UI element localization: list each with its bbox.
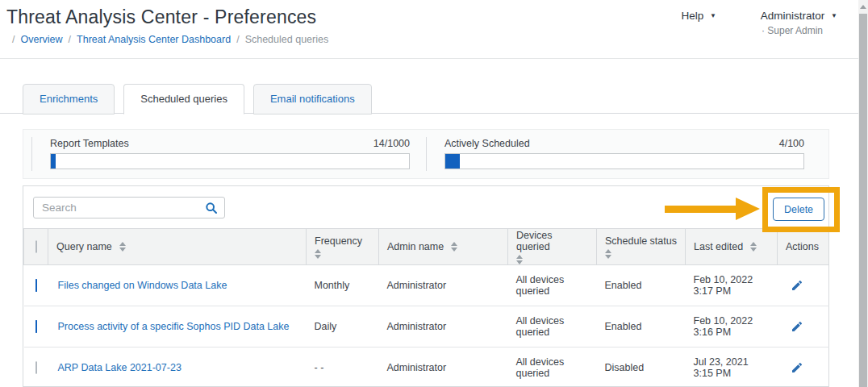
edit-pencil-icon[interactable] <box>791 320 803 333</box>
admin-name-cell: Administrator <box>379 265 508 306</box>
admin-name-cell: Administrator <box>379 347 508 387</box>
sort-icon[interactable] <box>516 255 523 264</box>
usage-meter: Actively Scheduled 4/100 <box>426 137 820 171</box>
meter-label: Actively Scheduled <box>444 138 530 149</box>
tab[interactable]: Scheduled queries <box>123 84 244 114</box>
row-select-cell <box>24 347 48 387</box>
column-header[interactable]: Devices queried <box>508 229 597 265</box>
actions-cell <box>778 265 829 306</box>
column-header-label: Devices queried <box>516 230 588 252</box>
help-menu[interactable]: Help ▼ <box>682 10 716 22</box>
column-header-label: Last edited <box>694 241 743 252</box>
meter-bar <box>444 153 804 169</box>
column-header-label: Frequency <box>315 235 370 247</box>
search-box <box>33 197 225 218</box>
select-all-cell <box>24 229 48 265</box>
account-menu[interactable]: Administrator ▼ <box>761 10 837 22</box>
column-header[interactable]: Admin name <box>379 229 508 265</box>
sort-icon[interactable] <box>315 249 321 259</box>
column-header[interactable]: Actions <box>778 229 829 265</box>
tab[interactable]: Enrichments <box>23 84 115 114</box>
breadcrumb-item: / Overview <box>6 34 63 45</box>
usage-meter: Report Templates 14/1000 <box>31 137 426 171</box>
chevron-down-icon: ▼ <box>710 12 716 19</box>
table-toolbar: Delete <box>23 186 828 228</box>
account-area: Administrator ▼ · Super Admin <box>761 10 837 36</box>
edit-pencil-icon[interactable] <box>791 361 803 374</box>
query-name-link[interactable]: Process activity of a specific Sophos PI… <box>58 321 290 332</box>
breadcrumb-link[interactable]: Scheduled queries <box>245 34 329 45</box>
meter-fill <box>445 154 460 169</box>
tab-label: Scheduled queries <box>140 93 227 105</box>
column-header[interactable]: Query name <box>48 229 307 265</box>
last-edited-cell: Feb 10, 2022 3:17 PM <box>686 265 778 306</box>
sort-icon[interactable] <box>750 242 757 252</box>
breadcrumb-separator: / <box>12 34 15 45</box>
query-name-cell: Process activity of a specific Sophos PI… <box>48 306 307 347</box>
search-input[interactable] <box>40 201 205 214</box>
tab-label: Enrichments <box>40 93 98 105</box>
meter-value: 14/1000 <box>373 138 410 149</box>
account-role-label: · Super Admin <box>761 25 837 36</box>
row-select-cell <box>24 265 48 306</box>
delete-button[interactable]: Delete <box>773 198 824 221</box>
table-row: Process activity of a specific Sophos PI… <box>24 306 829 347</box>
devices-queried-cell: All devices queried <box>508 306 597 347</box>
search-icon[interactable] <box>205 202 218 214</box>
meter-value: 4/100 <box>779 138 804 149</box>
sort-icon[interactable] <box>605 249 611 259</box>
column-header[interactable]: Last edited <box>686 229 778 265</box>
table-row: Files changed on Windows Data Lake Month… <box>24 265 829 306</box>
tab-label: Email notifications <box>270 93 355 105</box>
query-name-link[interactable]: ARP Data Lake 2021-07-23 <box>58 362 182 373</box>
select-all-checkbox[interactable] <box>35 240 37 253</box>
vertical-scrollbar <box>858 0 868 387</box>
scheduled-queries-table: Query name Frequency <box>23 228 829 387</box>
admin-name-cell: Administrator <box>379 306 508 347</box>
last-edited-cell: Feb 10, 2022 3:16 PM <box>686 306 778 347</box>
frequency-cell: Monthly <box>307 265 379 306</box>
column-header[interactable]: Frequency <box>307 229 379 265</box>
sort-icon[interactable] <box>451 242 457 252</box>
sort-icon[interactable] <box>119 242 126 252</box>
devices-queried-cell: All devices queried <box>508 265 597 306</box>
scrollbar-up-button[interactable] <box>858 0 868 13</box>
scheduled-queries-panel: Delete Query name <box>23 185 829 387</box>
table-row: ARP Data Lake 2021-07-23 - - Administrat… <box>24 347 829 387</box>
column-header-label: Query name <box>56 241 112 252</box>
schedule-status-cell: Enabled <box>597 306 686 347</box>
row-checkbox[interactable] <box>35 279 37 292</box>
page-header: Threat Analysis Center - Preferences / O… <box>6 6 328 45</box>
scrollbar-thumb[interactable] <box>859 14 867 387</box>
column-header[interactable]: Schedule status <box>597 229 686 265</box>
table-body: Files changed on Windows Data Lake Month… <box>24 265 829 387</box>
edit-pencil-icon[interactable] <box>791 279 803 292</box>
breadcrumb-link[interactable]: Overview <box>20 34 62 45</box>
frequency-cell: Daily <box>307 306 379 347</box>
page-title: Threat Analysis Center - Preferences <box>6 6 328 28</box>
meter-bar <box>50 153 410 169</box>
meter-label: Report Templates <box>50 138 129 149</box>
header-divider <box>0 58 858 59</box>
tab[interactable]: Email notifications <box>253 84 372 114</box>
schedule-status-cell: Enabled <box>597 265 686 306</box>
column-header-label: Actions <box>786 241 819 252</box>
breadcrumb-separator: / <box>69 34 71 45</box>
column-header-label: Admin name <box>387 241 444 252</box>
help-menu-label: Help <box>682 10 704 22</box>
row-select-cell <box>24 306 48 347</box>
query-name-cell: ARP Data Lake 2021-07-23 <box>48 347 307 387</box>
query-name-link[interactable]: Files changed on Windows Data Lake <box>58 280 227 291</box>
frequency-cell: - - <box>307 347 379 387</box>
breadcrumb-item: / Threat Analysis Center Dashboard <box>63 34 232 45</box>
breadcrumb-link[interactable]: Threat Analysis Center Dashboard <box>77 34 231 45</box>
breadcrumb: / Overview / Threat Analysis Center Dash… <box>6 34 328 45</box>
row-checkbox[interactable] <box>35 361 37 374</box>
actions-cell <box>778 306 829 347</box>
schedule-status-cell: Disabled <box>597 347 686 387</box>
query-name-cell: Files changed on Windows Data Lake <box>48 265 307 306</box>
meter-fill <box>51 154 56 169</box>
annotation-arrow <box>665 206 737 213</box>
row-checkbox[interactable] <box>35 320 37 333</box>
last-edited-cell: Jul 23, 2021 3:15 PM <box>686 347 778 387</box>
